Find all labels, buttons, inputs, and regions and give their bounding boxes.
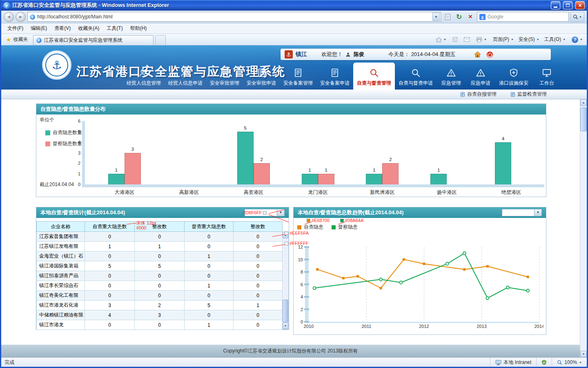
- chevron-down-icon: ▼: [511, 38, 514, 41]
- nav-item-9[interactable]: 应急管理: [437, 63, 466, 90]
- y-tick-label: 5: [72, 129, 80, 134]
- toolbar-button[interactable]: 工具(O)▼: [542, 35, 568, 44]
- refresh-button[interactable]: ↻: [454, 12, 464, 22]
- scroll-down-button[interactable]: ▼: [580, 351, 587, 357]
- toolbar-button[interactable]: 页面(P)▼: [490, 35, 516, 44]
- menu-item[interactable]: 工具(T): [103, 23, 126, 34]
- toolbar-menus: 页面(P)▼安全(S)▼工具(O)▼: [490, 35, 568, 44]
- search-button[interactable]: ▼: [570, 12, 584, 22]
- nav-item-12[interactable]: 工作台: [532, 63, 561, 90]
- nav-item-2[interactable]: 经营人信息申请: [165, 63, 206, 90]
- sub-nav: 自查自报管理监督检查管理: [1, 90, 587, 99]
- table-row: 镇江李长荣综合石0010: [37, 281, 283, 291]
- menu-item[interactable]: 帮助(H): [127, 23, 151, 34]
- new-tab-stub[interactable]: [155, 35, 166, 45]
- scroll-down-button[interactable]: ▼: [283, 323, 288, 329]
- minimize-icon: [554, 7, 557, 8]
- stop-button[interactable]: ×: [466, 12, 475, 22]
- line-chart-body: 自查隐患 督察隐患 02468101220102011201220132014: [294, 218, 546, 334]
- scroll-thumb[interactable]: [580, 108, 587, 131]
- value-cell: 4: [85, 310, 135, 320]
- menu-item[interactable]: 收藏夹(A): [74, 23, 103, 34]
- nav-item-3[interactable]: 安全审批管理: [206, 63, 243, 90]
- window-titlebar: e 江苏省港口安全监管与应急管理系统 - Windows Internet Ex…: [1, 0, 587, 11]
- zoom-control[interactable]: 100% ▼: [552, 358, 587, 367]
- search-box[interactable]: g Google: [477, 12, 569, 22]
- nav-item-6[interactable]: 安全备案申请: [316, 63, 353, 90]
- color-swatch: [285, 231, 288, 235]
- back-button[interactable]: ◄: [4, 12, 14, 22]
- nav-item-5[interactable]: 安全备案管理: [280, 63, 316, 90]
- nav-item-label: 经营人信息管理: [127, 80, 161, 87]
- table-row: 金海宏业（镇江）石0010: [37, 251, 283, 261]
- bar-value-label: 5: [237, 126, 254, 130]
- app-logo: ⚓: [42, 50, 71, 80]
- read-mail-button[interactable]: [461, 36, 472, 43]
- x-category-label: 高资港区: [221, 189, 286, 196]
- search-input[interactable]: Google: [488, 14, 503, 20]
- nav-item-1[interactable]: 经营人信息管理: [123, 63, 165, 90]
- menu-item[interactable]: 编辑(E): [27, 23, 51, 34]
- bar-panel-title: 自查隐患/督查隐患数量分布: [40, 105, 106, 113]
- table-scrollbar[interactable]: ▲ ▼: [282, 231, 289, 330]
- maximize-button[interactable]: [563, 1, 572, 9]
- nav-item-10[interactable]: 应急申请: [466, 63, 495, 90]
- logout-button[interactable]: [486, 51, 493, 58]
- value-cell: 5: [185, 301, 234, 310]
- legend-label: 自查隐患: [304, 224, 323, 231]
- favorites-button[interactable]: ★ 收藏夹: [3, 35, 31, 44]
- line-filter-dropdown[interactable]: ▼: [502, 209, 542, 216]
- people-icon: [138, 67, 149, 78]
- address-field[interactable]: e http://localhost:8080/yjpt/Main.html ▼: [27, 12, 441, 22]
- nav-item-11[interactable]: 港口设施保安: [495, 63, 532, 90]
- dropdown-value[interactable]: [502, 209, 535, 216]
- chevron-down-icon: ▼: [580, 38, 583, 41]
- feeds-button[interactable]: [450, 36, 460, 43]
- company-name-cell: 镇江奇美化工有限: [37, 291, 85, 301]
- user-name[interactable]: 陈俊: [354, 51, 364, 58]
- minimize-button[interactable]: [551, 1, 560, 9]
- subnav-item-label: 自查自报管理: [467, 91, 497, 98]
- compatibility-view-button[interactable]: [443, 12, 452, 22]
- nav-item-4[interactable]: 安全审批申请: [243, 63, 280, 90]
- value-cell: 0: [234, 242, 283, 251]
- url-text[interactable]: http://localhost:8080/yjpt/Main.html: [37, 14, 430, 20]
- help-button[interactable]: ? ▼: [569, 35, 585, 44]
- nav-item-label: 应急申请: [471, 80, 490, 87]
- forward-button[interactable]: ►: [16, 12, 26, 22]
- address-dropdown-button[interactable]: ▼: [432, 13, 440, 21]
- nav-item-7[interactable]: 自查与督查管理: [353, 63, 395, 90]
- value-cell: 0: [135, 281, 185, 291]
- portal-home-button[interactable]: [474, 51, 481, 58]
- scroll-track[interactable]: [580, 106, 587, 351]
- line-panel-title: 本地自查/督查隐患总数趋势(截止2014.04.04): [298, 209, 403, 216]
- browser-tab[interactable]: e 江苏省港口安全监管与应急管理系统: [33, 35, 154, 45]
- nav-item-8[interactable]: 自查与督查申请: [395, 63, 437, 90]
- shield-icon: [508, 67, 519, 78]
- svg-text:4: 4: [301, 294, 303, 299]
- unit-label: 单位个: [40, 117, 54, 123]
- page-scrollbar[interactable]: ▲ ▼: [580, 99, 587, 357]
- close-button[interactable]: ×: [575, 1, 585, 9]
- x-category-label: 高新港区: [157, 189, 221, 196]
- value-cell: 0: [234, 232, 283, 242]
- toolbar-button[interactable]: 安全(S)▼: [516, 35, 542, 44]
- scroll-thumb[interactable]: [283, 300, 288, 322]
- menu-item[interactable]: 查看(V): [51, 23, 74, 34]
- company-name-cell: 镇江港国际集装箱: [37, 261, 85, 271]
- value-cell: 0: [185, 310, 234, 320]
- menu-item[interactable]: 文件(F): [4, 23, 27, 34]
- scroll-track[interactable]: [283, 238, 288, 323]
- print-button[interactable]: ▼: [474, 36, 489, 44]
- chevron-down-icon: ▼: [579, 361, 582, 364]
- chevron-down-icon[interactable]: ▼: [535, 209, 542, 216]
- table-row: 镇江奇美化工有限0000: [37, 291, 283, 301]
- home-button[interactable]: ▼: [433, 36, 449, 44]
- scroll-up-button[interactable]: ▲: [580, 99, 587, 106]
- bar-value-label: 1: [108, 168, 125, 173]
- bar-supervision: [318, 174, 334, 184]
- subnav-item-2[interactable]: 监督检查管理: [510, 91, 547, 98]
- chevron-down-icon[interactable]: ▼: [277, 209, 285, 216]
- svg-text:2012: 2012: [419, 324, 429, 329]
- subnav-item-1[interactable]: 自查自报管理: [460, 91, 497, 98]
